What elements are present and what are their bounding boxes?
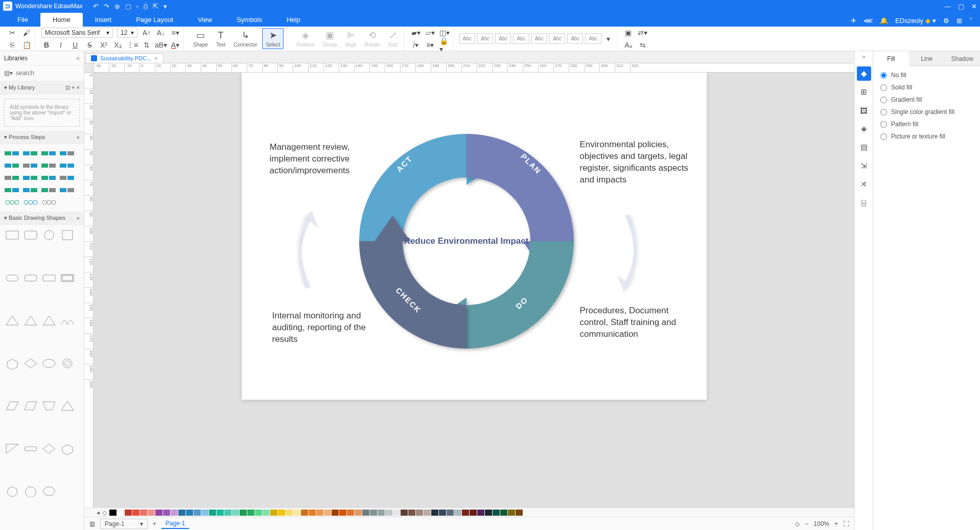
- paste-icon[interactable]: 📋: [21, 40, 32, 50]
- process-steps-header[interactable]: ▾ Process Steps ×: [0, 131, 84, 144]
- process-shape-thumb[interactable]: [59, 173, 76, 183]
- basic-shape-thumb[interactable]: [22, 357, 39, 370]
- color-swatch[interactable]: [370, 510, 377, 516]
- process-shape-thumb[interactable]: [4, 160, 20, 171]
- bullet-list-icon[interactable]: ⋮≡: [127, 40, 137, 50]
- line-tab[interactable]: Line: [909, 51, 945, 66]
- bold-icon[interactable]: B: [41, 40, 52, 50]
- process-shape-thumb[interactable]: [22, 148, 39, 158]
- color-swatch[interactable]: [132, 510, 139, 516]
- basic-shape-thumb[interactable]: [22, 400, 39, 412]
- qat-more-icon[interactable]: ▾: [164, 3, 167, 10]
- process-shape-thumb[interactable]: [41, 173, 57, 183]
- import-icon[interactable]: ⊡: [65, 84, 70, 90]
- color-swatch[interactable]: [278, 510, 285, 516]
- fill-opt-gradient[interactable]: Gradient fill: [880, 96, 973, 103]
- page-list-icon[interactable]: ▥: [89, 520, 95, 527]
- basic-shape-thumb[interactable]: [4, 314, 20, 327]
- menu-insert[interactable]: Insert: [83, 13, 124, 27]
- mylibrary-header[interactable]: ▾ My Library ⊡ + ×: [0, 81, 84, 95]
- strike-icon[interactable]: S̶: [84, 40, 95, 50]
- grid-icon[interactable]: ⊞: [956, 17, 962, 25]
- line-color-icon[interactable]: ▱▾: [425, 28, 435, 38]
- group-tool[interactable]: ▣Group: [320, 29, 340, 49]
- swatch-nofill-icon[interactable]: ◇: [102, 509, 107, 516]
- basic-shape-thumb[interactable]: [59, 400, 76, 412]
- fill-opt-solid[interactable]: Solid fill: [880, 84, 973, 91]
- color-swatch[interactable]: [194, 510, 201, 516]
- select-tool[interactable]: ➤Select: [262, 28, 284, 49]
- close-section-icon[interactable]: ×: [77, 215, 80, 221]
- style-preset-6[interactable]: Abc: [549, 33, 565, 44]
- color-swatch[interactable]: [439, 510, 446, 516]
- notification-icon[interactable]: 🔔: [880, 17, 888, 25]
- process-shape-thumb[interactable]: [59, 185, 76, 195]
- same-size-icon[interactable]: ▣: [623, 28, 634, 38]
- swatch-prev-icon[interactable]: ◂: [97, 509, 100, 516]
- page[interactable]: Reduce Environmental Impact ACT PLAN DO …: [242, 73, 707, 400]
- minimize-icon[interactable]: —: [944, 3, 951, 10]
- document-tab[interactable]: Sustainability PDC... ×: [85, 53, 164, 63]
- send-icon[interactable]: ✈: [851, 17, 856, 25]
- color-swatch[interactable]: [209, 510, 216, 516]
- increase-font-icon[interactable]: A↑: [142, 28, 152, 38]
- basic-shape-thumb[interactable]: [22, 443, 39, 455]
- fill-color-icon[interactable]: ▰▾: [411, 28, 421, 38]
- subscript-icon[interactable]: X₂: [113, 40, 123, 50]
- basic-shape-thumb[interactable]: [59, 443, 76, 455]
- print-icon[interactable]: ⎙: [144, 3, 148, 10]
- style-preset-3[interactable]: Abc: [495, 33, 511, 44]
- cut-icon[interactable]: ✂: [7, 28, 17, 38]
- color-swatch[interactable]: [148, 510, 155, 516]
- style-preset-8[interactable]: Abc: [585, 33, 601, 44]
- color-swatch[interactable]: [362, 510, 369, 516]
- style-preset-7[interactable]: Abc: [567, 33, 583, 44]
- new-icon[interactable]: ⊕: [114, 3, 120, 10]
- menu-home[interactable]: Home: [40, 13, 83, 27]
- redo-icon[interactable]: ↷: [104, 3, 109, 10]
- replace-icon[interactable]: ⇆: [638, 40, 648, 50]
- add-page-icon[interactable]: +: [153, 520, 156, 527]
- process-shape-thumb[interactable]: [41, 148, 57, 158]
- copy-icon[interactable]: ⎘: [7, 40, 17, 50]
- search-input[interactable]: [16, 68, 92, 78]
- text-case-icon[interactable]: aB▾: [156, 40, 166, 50]
- color-swatch[interactable]: [171, 510, 178, 516]
- collapse-ribbon-icon[interactable]: ˄: [969, 17, 973, 25]
- color-swatch[interactable]: [109, 510, 116, 516]
- color-swatch[interactable]: [293, 510, 300, 516]
- library-menu-icon[interactable]: ▤▾: [4, 70, 13, 77]
- swap-icon[interactable]: ⇄▾: [638, 28, 648, 38]
- basic-shape-thumb[interactable]: [22, 314, 39, 327]
- page-panel-icon[interactable]: ▤: [857, 140, 871, 154]
- style-more-icon[interactable]: ▾: [603, 34, 614, 44]
- basic-shape-thumb[interactable]: [41, 272, 57, 284]
- process-shape-thumb[interactable]: [4, 185, 20, 195]
- menu-symbols[interactable]: Symbols: [224, 13, 274, 27]
- basic-shape-thumb[interactable]: [41, 485, 57, 497]
- process-shape-thumb[interactable]: [41, 197, 57, 208]
- color-swatch[interactable]: [178, 510, 185, 516]
- basic-shape-thumb[interactable]: [59, 357, 76, 370]
- basic-shape-thumb[interactable]: [22, 272, 39, 284]
- basic-shape-thumb[interactable]: [41, 357, 57, 370]
- color-swatch[interactable]: [247, 510, 254, 516]
- basic-shape-thumb[interactable]: [41, 443, 57, 455]
- add-icon[interactable]: +: [72, 84, 75, 90]
- align-tool[interactable]: ⊫Align: [342, 29, 360, 49]
- color-swatch[interactable]: [286, 510, 293, 516]
- page-tab[interactable]: Page-1: [161, 519, 190, 529]
- process-shape-thumb[interactable]: [41, 160, 57, 171]
- basic-shape-thumb[interactable]: [59, 314, 76, 327]
- basic-shape-thumb[interactable]: [4, 485, 20, 497]
- color-swatch[interactable]: [117, 510, 124, 516]
- undo-icon[interactable]: ↶: [93, 3, 99, 10]
- color-swatch[interactable]: [416, 510, 423, 516]
- style-preset-1[interactable]: Abc: [459, 33, 475, 44]
- color-swatch[interactable]: [339, 510, 346, 516]
- fill-opt-single-gradient[interactable]: Single color gradient fill: [880, 108, 973, 116]
- lock-icon[interactable]: 🔒▾: [439, 40, 450, 50]
- image-panel-icon[interactable]: 🖼: [857, 103, 871, 118]
- color-swatch[interactable]: [140, 510, 147, 516]
- basic-shape-thumb[interactable]: [4, 229, 20, 241]
